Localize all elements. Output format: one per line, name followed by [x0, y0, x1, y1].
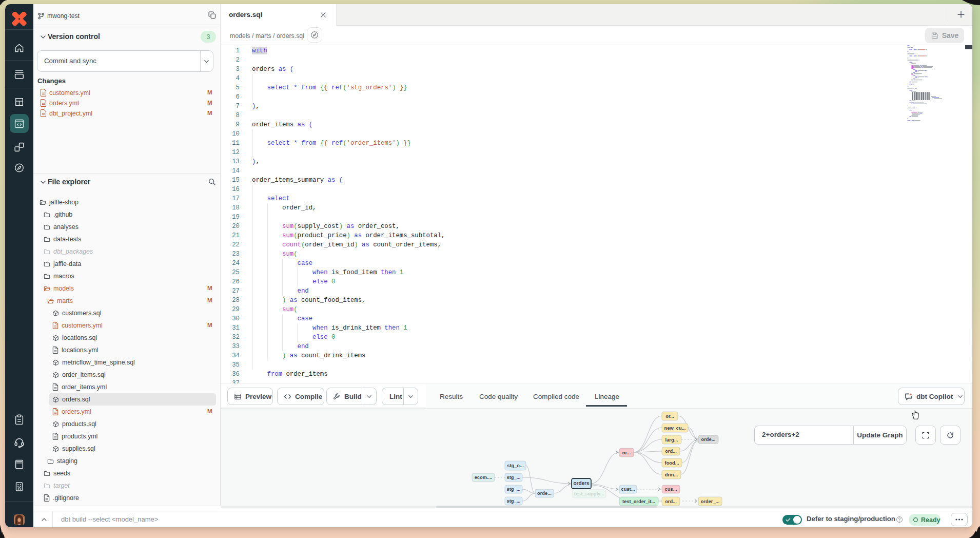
svg-text:or...: or...: [665, 414, 674, 419]
svg-text:cus...: cus...: [665, 487, 677, 492]
svg-text:order_...: order_...: [701, 499, 720, 504]
svg-text:or...: or...: [622, 450, 631, 455]
svg-text:ord...: ord...: [665, 449, 677, 454]
svg-text:cust...: cust...: [621, 487, 635, 492]
svg-text:ecom....: ecom....: [475, 475, 493, 480]
svg-text:stg_...: stg_...: [507, 487, 521, 492]
svg-text:orders: orders: [573, 481, 590, 486]
svg-text:ord...: ord...: [665, 499, 677, 504]
svg-text:orde...: orde...: [701, 437, 716, 442]
svg-text:stg_...: stg_...: [507, 475, 521, 480]
svg-text:food...: food...: [665, 460, 679, 466]
svg-text:drin...: drin...: [665, 472, 678, 477]
svg-text:stg_o...: stg_o...: [507, 463, 524, 468]
svg-text:new_cu...: new_cu...: [664, 426, 686, 431]
svg-text:test_supply...: test_supply...: [574, 491, 604, 496]
svg-text:larg...: larg...: [665, 437, 678, 443]
svg-text:orde...: orde...: [537, 491, 552, 496]
svg-text:test_order_it...: test_order_it...: [622, 499, 655, 504]
svg-text:stg_...: stg_...: [507, 498, 521, 504]
